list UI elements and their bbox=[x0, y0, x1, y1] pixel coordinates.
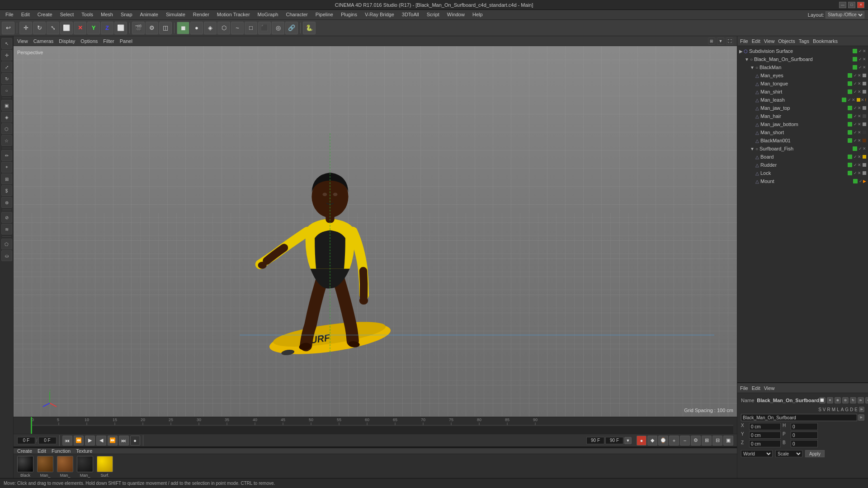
key-grid-btn[interactable]: ⊞ bbox=[702, 436, 712, 446]
attr-b-input[interactable] bbox=[791, 440, 818, 447]
tool-12[interactable]: ⛀ bbox=[1, 250, 12, 261]
obj-dot-mount[interactable] bbox=[853, 179, 858, 183]
3d-viewport[interactable]: Y SURF bbox=[14, 46, 737, 417]
tool-8[interactable]: ⊛ bbox=[1, 197, 12, 208]
go-end-btn[interactable]: ⏭ bbox=[119, 436, 129, 446]
attr-header-file[interactable]: File bbox=[740, 385, 748, 391]
viewport-cam-btn[interactable]: ▼ bbox=[717, 38, 724, 45]
record-btn[interactable]: ● bbox=[130, 436, 140, 446]
menu-character[interactable]: Character bbox=[282, 11, 311, 18]
attr-icon-5[interactable]: ↻ bbox=[850, 397, 856, 404]
viewport-menu-options[interactable]: Options bbox=[80, 38, 98, 44]
obj-surfboard-fish[interactable]: ▼ ○ Surfboard_Fish ✓ ✕ bbox=[737, 145, 868, 153]
points-mode[interactable]: ● bbox=[190, 22, 203, 34]
material-man1[interactable]: Man_ bbox=[37, 456, 53, 478]
key-settings-btn[interactable]: ⚙ bbox=[691, 436, 701, 446]
obj-header-edit[interactable]: Edit bbox=[752, 38, 760, 44]
menu-edit[interactable]: Edit bbox=[18, 11, 33, 18]
obj-dot-shirt[interactable] bbox=[848, 89, 852, 94]
attr-icon-4[interactable]: ⊖ bbox=[842, 397, 849, 404]
obj-black-man-surfboard[interactable]: ▼ ○ Black_Man_On_Surfboard ✓ ✕ bbox=[737, 55, 868, 63]
move-tool[interactable]: ✛ bbox=[19, 22, 32, 34]
obj-dot-hair[interactable] bbox=[848, 114, 852, 118]
tool-select[interactable]: ↖ bbox=[1, 38, 12, 49]
timeline-track[interactable] bbox=[31, 426, 733, 434]
obj-man-leash[interactable]: △ Man_leash ✓ ✕ ✕ ! bbox=[737, 96, 868, 104]
menu-vray[interactable]: V-Ray Bridge bbox=[361, 11, 398, 18]
object-mode[interactable]: ⬜ bbox=[114, 22, 127, 34]
obj-dot-short[interactable] bbox=[848, 130, 852, 135]
prev-frame-btn[interactable]: ⏪ bbox=[74, 436, 84, 446]
obj-dot-jaw-top[interactable] bbox=[848, 106, 852, 110]
menu-3dtoall[interactable]: 3DToAll bbox=[398, 11, 423, 18]
tool-11[interactable]: ⬠ bbox=[1, 239, 12, 249]
uv-mode[interactable]: □ bbox=[245, 22, 257, 34]
menu-snap[interactable]: Snap bbox=[117, 11, 136, 18]
tool-4[interactable]: ☆ bbox=[1, 135, 12, 146]
maximize-button[interactable]: □ bbox=[848, 2, 855, 8]
material-surf[interactable]: Surf. bbox=[97, 456, 113, 478]
undo-button[interactable]: ↩ bbox=[2, 22, 14, 34]
attr-icon-6[interactable]: ⊳ bbox=[858, 397, 864, 404]
attr-icon-7[interactable]: ⊲ bbox=[865, 397, 868, 404]
obj-visible-dot[interactable] bbox=[853, 49, 857, 53]
model-mode[interactable]: ◼ bbox=[177, 22, 189, 34]
tool-2[interactable]: ◈ bbox=[1, 112, 12, 122]
viewport-menu-panel[interactable]: Panel bbox=[120, 38, 132, 44]
tool-10[interactable]: ≋ bbox=[1, 224, 12, 235]
anim-mode[interactable]: ◎ bbox=[272, 22, 284, 34]
attr-p-input[interactable] bbox=[791, 432, 818, 439]
render-btn[interactable]: 🎬 bbox=[132, 22, 145, 34]
record-active-btn[interactable]: ● bbox=[637, 436, 646, 446]
attr-icon-extra[interactable]: ⊳ bbox=[859, 407, 864, 412]
attr-tab-r[interactable]: R bbox=[827, 407, 830, 412]
scale-tool[interactable]: ⤡ bbox=[47, 22, 59, 34]
frame-extra-btn[interactable]: ▼ bbox=[624, 437, 632, 444]
obj-dot-leash[interactable] bbox=[842, 98, 846, 102]
menu-select[interactable]: Select bbox=[57, 11, 78, 18]
tool-1[interactable]: ▣ bbox=[1, 100, 12, 111]
attr-header-view[interactable]: View bbox=[764, 385, 775, 391]
attr-tab-m[interactable]: M bbox=[832, 407, 835, 412]
obj-dot-eyes[interactable] bbox=[848, 73, 852, 78]
mat-menu-edit[interactable]: Edit bbox=[38, 448, 46, 454]
tool-6[interactable]: ⊞ bbox=[1, 174, 12, 184]
menu-motion-tracker[interactable]: Motion Tracker bbox=[213, 11, 254, 18]
viewport-menu-filter[interactable]: Filter bbox=[103, 38, 114, 44]
mat-menu-texture[interactable]: Texture bbox=[76, 448, 92, 454]
obj-dot-tongue[interactable] bbox=[848, 81, 852, 86]
python-btn[interactable]: 🐍 bbox=[303, 22, 316, 34]
obj-man-short[interactable]: △ Man_short ✓ ✕ bbox=[737, 128, 868, 136]
attr-icon-3[interactable]: ⊕ bbox=[835, 397, 841, 404]
xref-mode[interactable]: 🔗 bbox=[285, 22, 298, 34]
obj-header-bookmarks[interactable]: Bookmarks bbox=[813, 38, 838, 44]
menu-mograph[interactable]: MoGraph bbox=[254, 11, 282, 18]
attr-icon-1[interactable]: ⬜ bbox=[819, 397, 826, 404]
attr-z-input[interactable] bbox=[749, 440, 781, 447]
obj-man-hair[interactable]: △ Man_hair ✓ ✕ bbox=[737, 112, 868, 120]
obj-board[interactable]: △ Board ✓ ✕ bbox=[737, 153, 868, 161]
obj-man-tongue[interactable]: △ Man_tongue ✓ ✕ bbox=[737, 80, 868, 88]
rotate-tool[interactable]: ↻ bbox=[33, 22, 46, 34]
poly-mode[interactable]: ⬡ bbox=[217, 22, 230, 34]
viewport-full-btn[interactable]: ⛶ bbox=[726, 38, 733, 45]
attr-tab-g[interactable]: G bbox=[845, 407, 849, 412]
tool-7[interactable]: $ bbox=[1, 185, 12, 196]
obj-lock[interactable]: △ Lock ✓ ✕ bbox=[737, 169, 868, 177]
edges-mode[interactable]: ◈ bbox=[204, 22, 217, 34]
minimize-button[interactable]: — bbox=[839, 2, 846, 8]
key-plus-btn[interactable]: + bbox=[669, 436, 679, 446]
key-snap-btn[interactable]: ⊟ bbox=[712, 436, 722, 446]
max-frame-input[interactable] bbox=[605, 437, 623, 444]
tool-9[interactable]: ⊘ bbox=[1, 212, 12, 223]
tool-5[interactable]: ⌖ bbox=[1, 162, 12, 173]
obj-dot-blackman001[interactable] bbox=[848, 138, 852, 143]
attr-x-input[interactable] bbox=[749, 423, 781, 430]
obj-dot-rudder[interactable] bbox=[848, 163, 852, 167]
attr-tab-v[interactable]: V bbox=[823, 407, 826, 412]
obj-blackman[interactable]: ▼ ○ BlackMan ✓ ✕ bbox=[737, 63, 868, 71]
menu-help[interactable]: Help bbox=[469, 11, 486, 18]
menu-render[interactable]: Render bbox=[189, 11, 213, 18]
menu-script[interactable]: Script bbox=[423, 11, 443, 18]
layout-dropdown[interactable]: Startup /Office bbox=[826, 11, 864, 19]
